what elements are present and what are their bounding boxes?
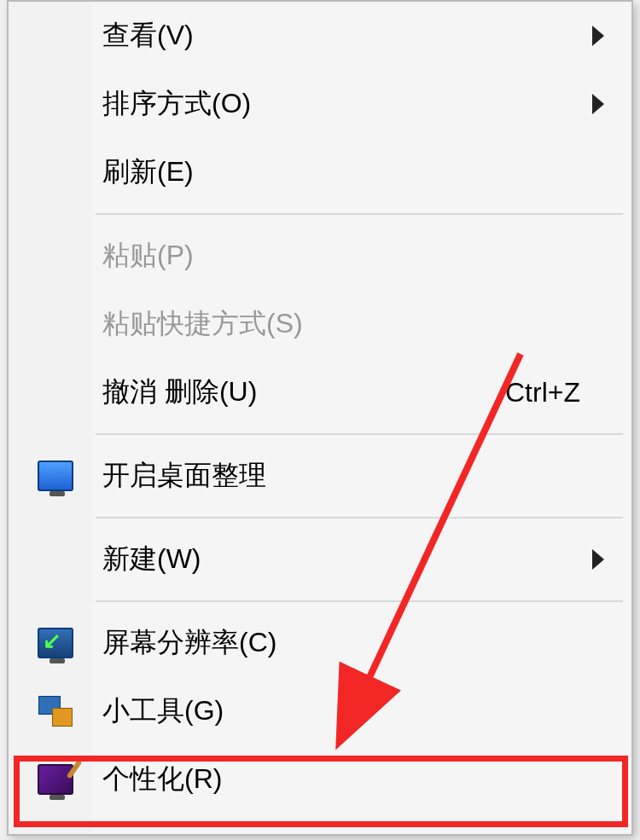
menu-item-refresh[interactable]: 刷新(E) [9, 138, 631, 206]
menu-item-shortcut: Ctrl+Z [505, 377, 580, 408]
menu-separator [96, 213, 623, 215]
screen-resolution-icon [34, 624, 77, 662]
menu-item-paste-shortcut: 粘贴快捷方式(S) [9, 290, 631, 358]
menu-item-undo-delete[interactable]: 撤消 删除(U) Ctrl+Z [9, 358, 631, 426]
menu-item-sort[interactable]: 排序方式(O) [9, 70, 631, 138]
gadget-icon [34, 692, 77, 730]
menu-item-label: 粘贴(P) [102, 237, 580, 275]
menu-item-view[interactable]: 查看(V) [9, 2, 631, 70]
menu-item-label: 排序方式(O) [102, 85, 580, 123]
menu-item-label: 屏幕分辨率(C) [102, 624, 580, 662]
submenu-arrow-icon [592, 26, 604, 46]
menu-separator [96, 433, 623, 435]
submenu-arrow-icon [592, 94, 604, 114]
menu-item-label: 撤消 删除(U) [102, 374, 505, 411]
menu-item-paste: 粘贴(P) [9, 222, 631, 290]
menu-separator [96, 517, 623, 518]
menu-item-screen-resolution[interactable]: 屏幕分辨率(C) [9, 609, 631, 677]
menu-item-label: 小工具(G) [102, 692, 580, 730]
menu-item-label: 个性化(R) [102, 761, 580, 798]
menu-item-gadgets[interactable]: 小工具(G) [9, 677, 631, 745]
menu-item-desktop-organize[interactable]: 开启桌面整理 [9, 442, 631, 510]
menu-item-label: 粘贴快捷方式(S) [102, 305, 580, 343]
menu-separator [96, 600, 623, 602]
menu-item-label: 开启桌面整理 [102, 457, 580, 495]
menu-item-personalize[interactable]: 个性化(R) [9, 745, 631, 814]
menu-item-label: 查看(V) [102, 17, 580, 55]
submenu-arrow-icon [592, 549, 604, 570]
menu-item-label: 新建(W) [102, 541, 580, 578]
desktop-organize-icon [34, 457, 77, 495]
menu-item-label: 刷新(E) [102, 154, 580, 191]
personalize-icon [34, 761, 77, 798]
menu-item-new[interactable]: 新建(W) [9, 525, 631, 594]
desktop-context-menu: 查看(V) 排序方式(O) 刷新(E) 粘贴(P) 粘贴快捷方式(S) 撤消 删… [7, 0, 633, 836]
